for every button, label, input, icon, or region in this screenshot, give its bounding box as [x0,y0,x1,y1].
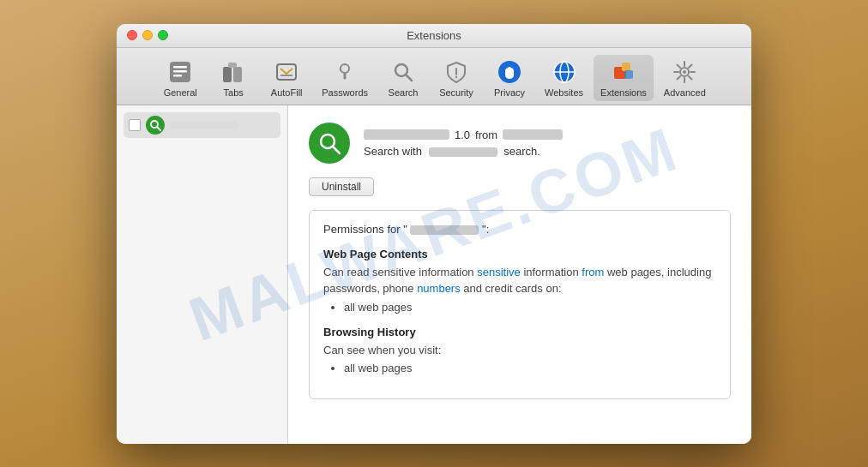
close-button[interactable] [127,30,137,40]
browsing-history-title: Browsing History [323,326,716,338]
svg-rect-6 [228,63,237,68]
toolbar-label-websites: Websites [545,87,583,98]
toolbar-item-extensions[interactable]: Extensions [594,55,654,101]
sidebar-extension-item[interactable] [124,112,280,138]
svg-point-15 [455,75,457,77]
extensions-icon [610,58,637,86]
extension-source-blurred [503,129,563,140]
svg-line-38 [333,147,340,153]
search-toolbar-icon [389,58,417,86]
svg-line-32 [689,76,692,80]
toolbar: General Tabs [117,48,751,105]
sidebar [117,105,288,444]
toolbar-item-search[interactable]: Search [378,55,428,101]
title-bar: Extensions [117,24,751,48]
advanced-icon [671,58,698,86]
svg-line-36 [157,127,160,130]
toolbar-item-advanced[interactable]: Advanced [657,55,713,101]
general-icon [166,58,194,86]
autofill-icon [273,58,300,86]
toolbar-label-extensions: Extensions [600,87,647,98]
wpc-list: all web pages [344,301,716,314]
toolbar-label-security: Security [439,87,473,98]
svg-line-34 [678,76,681,80]
toolbar-item-privacy[interactable]: Privacy [485,55,534,101]
toolbar-label-passwords: Passwords [322,87,368,98]
svg-line-31 [678,64,681,68]
svg-rect-24 [624,70,633,79]
toolbar-item-general[interactable]: General [155,55,205,101]
svg-rect-23 [622,63,630,71]
toolbar-label-privacy: Privacy [494,87,525,98]
svg-point-9 [341,64,349,73]
wpc-list-item-1: all web pages [344,301,716,314]
extension-from-label: from [475,129,497,141]
wpc-link-numbers[interactable]: numbers [417,282,461,295]
extension-detail-panel: 1.0 from Search with search. Uninstall P [288,105,751,444]
toolbar-label-general: General [164,87,197,98]
web-page-contents-title: Web Page Contents [323,248,716,260]
window-title: Extensions [407,29,461,42]
extension-title-row: 1.0 from [364,129,563,141]
browsing-history-desc: Can see when you visit: [323,342,716,359]
web-page-contents-group: Web Page Contents Can read sensitive inf… [323,248,716,314]
tabs-icon [220,58,247,86]
toolbar-label-tabs: Tabs [224,87,244,98]
wpc-desc-space: information [521,266,582,278]
toolbar-item-tabs[interactable]: Tabs [208,55,258,101]
wpc-link-from[interactable]: from [582,266,604,278]
sidebar-extension-icon [146,116,165,135]
svg-point-26 [683,70,686,74]
traffic-lights [127,30,168,40]
svg-rect-17 [508,67,511,75]
permissions-prefix: Permissions for " [323,223,407,236]
permissions-name-blurred [410,225,479,235]
extension-search-name-blurred [429,147,497,157]
extension-checkbox[interactable] [129,119,141,131]
svg-rect-4 [223,67,232,82]
extension-version: 1.0 [455,129,470,141]
sidebar-extension-name [170,121,238,129]
extension-header: 1.0 from Search with search. [309,123,731,164]
toolbar-label-search: Search [389,87,419,98]
svg-rect-1 [173,66,187,69]
toolbar-label-autofill: AutoFill [271,87,303,98]
toolbar-item-websites[interactable]: Websites [538,55,590,101]
main-content: 1.0 from Search with search. Uninstall P [117,105,751,444]
minimize-button[interactable] [142,30,153,40]
toolbar-item-passwords[interactable]: Passwords [315,55,375,101]
security-icon [443,58,470,86]
permissions-title: Permissions for " ": [323,223,716,236]
websites-icon [551,58,578,86]
wpc-desc-before: Can read sensitive information [323,266,477,278]
browsing-history-group: Browsing History Can see when you visit:… [323,326,716,375]
wpc-link-sensitive: sensitive [477,266,521,278]
bh-list-item-1: all web pages [344,362,716,374]
svg-rect-2 [173,70,187,73]
bh-list: all web pages [344,362,716,374]
toolbar-label-advanced: Advanced [664,87,706,98]
toolbar-item-security[interactable]: Security [431,55,481,101]
maximize-button[interactable] [158,30,168,40]
passwords-icon [331,58,359,86]
svg-rect-10 [344,72,347,79]
toolbar-item-autofill[interactable]: AutoFill [262,55,311,101]
wpc-desc-after: and credit cards on: [461,282,562,295]
toolbar-items: General Tabs [155,55,713,101]
search-with-label: Search with [364,145,422,158]
extension-search-row: Search with search. [364,145,563,158]
svg-rect-7 [277,64,296,80]
svg-rect-3 [173,75,182,77]
safari-extensions-window: Extensions General [117,24,751,444]
extension-info: 1.0 from Search with search. [364,129,563,158]
permissions-suffix: ": [482,223,489,236]
web-page-contents-desc: Can read sensitive information sensitive… [323,264,716,297]
svg-rect-5 [233,67,242,82]
uninstall-button[interactable]: Uninstall [309,177,374,196]
search-suffix: search. [503,145,540,158]
privacy-icon [496,58,523,86]
svg-line-13 [407,75,413,81]
permissions-section: Permissions for " ": Web Page Contents C… [309,210,731,400]
extension-name-blurred [364,129,449,140]
svg-line-33 [689,64,692,68]
